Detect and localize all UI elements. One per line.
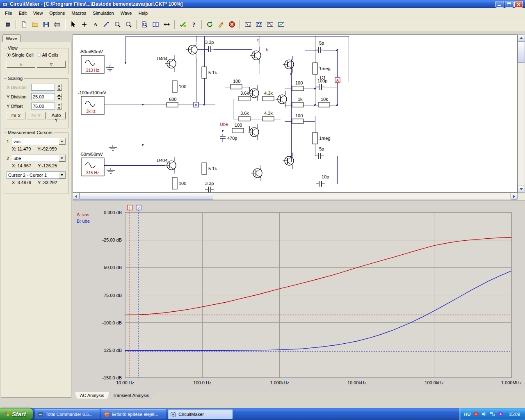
x-division-input[interactable] (31, 84, 55, 91)
close-button[interactable] (514, 1, 523, 8)
capacitor-3.3p[interactable]: 3.3p (205, 181, 214, 192)
toolbar-zoom-in-tool-button[interactable] (112, 19, 123, 30)
x-division-spin-down[interactable] (57, 87, 62, 91)
resistor-4.3k[interactable]: 4.3k (262, 111, 274, 121)
toolbar-reset-simulation-button[interactable] (205, 19, 215, 30)
menu-options[interactable]: Options (46, 9, 68, 17)
menu-wave[interactable]: Wave (117, 9, 135, 17)
resistor-3.6k[interactable]: 3.6k (239, 111, 250, 121)
signal-source-315-hz[interactable]: 315 Hz-50m/50mV (80, 152, 104, 176)
cell-down-button[interactable]: ▽ (37, 61, 66, 68)
radio-all-cells[interactable]: All Cells (37, 52, 59, 57)
toolbar-place-part-button[interactable] (79, 19, 89, 30)
minimize-button[interactable] (495, 1, 504, 8)
taskbar-item-er-s-t-p-t-se-elej-t[interactable]: Erősítő építése elejét... (101, 409, 166, 419)
toolbar-fit-to-page-button[interactable] (139, 19, 150, 30)
probe-marker-a[interactable]: A (335, 78, 340, 82)
toolbar-stop-simulation-button[interactable] (227, 19, 237, 30)
transistor[interactable] (250, 47, 261, 64)
resistor-100[interactable]: 100 (172, 178, 186, 189)
y-offset-input[interactable] (31, 103, 55, 110)
toolbar-simulation-check-button[interactable] (178, 19, 188, 30)
resistor-10k[interactable]: 10k (318, 97, 330, 107)
capacitor-5p[interactable]: 5p (315, 146, 324, 159)
cell-up-button[interactable]: △ (7, 61, 35, 68)
cursor-2-handle[interactable]: 2 (136, 205, 141, 210)
menu-help[interactable]: Help (135, 9, 151, 17)
schematic-area[interactable]: 213 Hz-50m/50mV3kHz-100m/100mV315 Hz-50m… (73, 34, 518, 193)
vscroll-down-button[interactable] (518, 186, 525, 193)
plot-canvas[interactable]: 120.000 dB-25.00 dB-50.00 dB-75.00 dB-10… (73, 201, 525, 393)
capacitor-10p[interactable]: 10p (316, 174, 329, 187)
probe-marker-b[interactable]: B (194, 102, 199, 107)
toolbar-text-tool-button[interactable]: A (90, 19, 100, 30)
dropdown-arrow-icon[interactable] (59, 155, 65, 162)
resistor-1meg[interactable]: 1meg (313, 132, 331, 144)
cursor-1-handle[interactable]: 1 (127, 205, 132, 210)
tray-antivirus-icon[interactable] (473, 411, 479, 417)
toolbar-split-window-button[interactable] (151, 19, 161, 30)
tray-network-icon[interactable] (489, 411, 495, 417)
resistor-100[interactable]: 100 (292, 113, 304, 123)
tab-transient-analysis[interactable]: Transient Analysis (107, 392, 155, 399)
toolbar-help-button[interactable]: ? (189, 19, 199, 30)
resistor-4.3k[interactable]: 4.3k (262, 91, 274, 101)
dropdown-arrow-icon[interactable] (59, 138, 65, 145)
toolbar-zoom-tool-button[interactable] (123, 19, 134, 30)
fit-x-button[interactable]: Fit X (7, 112, 25, 119)
y-offset-spin-up[interactable] (57, 103, 62, 106)
toolbar-probe-tool-button[interactable] (216, 19, 226, 30)
signal-source-3khz[interactable]: 3kHz-100m/100mV (78, 90, 107, 114)
hscroll-left-button[interactable] (73, 193, 80, 200)
transistor[interactable] (186, 41, 197, 58)
hscroll-thumb[interactable] (80, 193, 213, 200)
resistor-1k[interactable]: 1k (292, 97, 304, 107)
ground-symbol[interactable] (106, 65, 114, 71)
radio-single-cell[interactable]: Single Cell (7, 52, 34, 57)
taskbar-item-total-commander-6-5[interactable]: Total Commander 6.5... (35, 409, 100, 419)
schematic-canvas[interactable]: 213 Hz-50m/50mV3kHz-100m/100mV315 Hz-50m… (73, 35, 517, 192)
resistor-100[interactable]: 100 (292, 80, 304, 91)
dropdown-arrow-icon[interactable] (59, 172, 65, 178)
menu-file[interactable]: File (2, 9, 16, 17)
cursor-diff-select[interactable]: Cursor 2 - Cursor 1 (7, 171, 66, 179)
toolbar-new-file-button[interactable] (19, 19, 29, 30)
toolbar-select-tool-button[interactable] (68, 19, 78, 30)
capacitor-5p[interactable]: 5p (315, 41, 324, 53)
y-offset-spin-down[interactable] (57, 106, 62, 110)
toolbar-scope-window-2-button[interactable] (254, 19, 264, 30)
transistor[interactable] (283, 56, 294, 73)
y-division-spin-up[interactable] (57, 93, 62, 97)
toolbar-wire-tool-button[interactable] (101, 19, 112, 30)
vscroll-up-button[interactable] (518, 34, 525, 41)
y-division-input[interactable] (31, 93, 55, 100)
maximize-button[interactable] (505, 1, 514, 8)
hscroll-right-button[interactable] (511, 193, 518, 200)
signal-source-213-hz[interactable]: 213 Hz-50m/50mV (80, 49, 104, 73)
toolbar-print-button[interactable] (52, 19, 62, 30)
y-division-spin-down[interactable] (57, 97, 62, 100)
menu-edit[interactable]: Edit (16, 9, 30, 17)
taskbar-item-circuitmaker[interactable]: CircuitMaker (168, 409, 233, 419)
resistor-680[interactable]: 680 (167, 97, 178, 107)
tab-ac-analysis[interactable]: AC Analysis (75, 392, 110, 399)
transistor[interactable] (283, 153, 294, 169)
menu-simulation[interactable]: Simulation (89, 9, 117, 17)
menu-macros[interactable]: Macros (68, 9, 89, 17)
resistor-100[interactable]: 100 (172, 81, 186, 92)
toolbar-open-file-button[interactable] (30, 19, 40, 30)
cursor1-signal-select[interactable]: vas (12, 138, 66, 145)
tab-wave[interactable]: Wave (2, 34, 21, 42)
resistor-100[interactable]: 100 (232, 123, 244, 133)
resistor-100[interactable]: 100 (231, 79, 242, 89)
transistor[interactable] (251, 165, 262, 181)
cursor2-signal-select[interactable]: ube (12, 155, 66, 162)
resistor-5.1k[interactable]: 5.1k (202, 67, 217, 78)
toolbar-scope-window-1-button[interactable] (243, 19, 253, 30)
resistor-5.1k[interactable]: 5.1k (202, 163, 217, 174)
transistor-u404[interactable]: U404 (157, 55, 176, 72)
tray-messenger-icon[interactable] (498, 411, 504, 417)
vscroll-track[interactable] (518, 41, 525, 186)
capacitor-3.3p[interactable]: 3.3p (205, 40, 214, 52)
fit-y-button[interactable]: Fit Y (27, 112, 46, 119)
